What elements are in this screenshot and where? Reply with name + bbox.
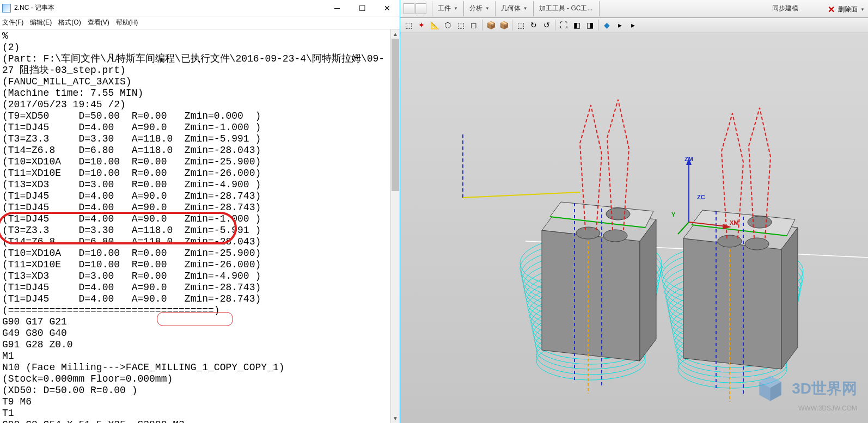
tool-icon[interactable]: ▸: [614, 19, 626, 31]
svg-marker-22: [542, 230, 640, 361]
axis-zm: ZM: [684, 156, 693, 162]
3d-scene: [400, 33, 868, 423]
svg-marker-54: [781, 228, 798, 369]
group-workpiece[interactable]: 工件: [438, 4, 451, 13]
tool-icon[interactable]: ⬚: [455, 19, 467, 31]
chevron-down-icon[interactable]: ▼: [454, 6, 458, 11]
delete-face-button[interactable]: ✕ 删除面 ▼: [826, 0, 865, 19]
axis-y: Y: [671, 211, 675, 218]
svg-line-1: [463, 192, 580, 198]
tool-icon[interactable]: ⬚: [402, 19, 414, 31]
delete-icon: ✕: [826, 5, 836, 15]
close-button[interactable]: ✕: [375, 0, 400, 16]
menubar: 文件(F) 编辑(E) 格式(O) 查看(V) 帮助(H): [0, 16, 400, 29]
tool-icon[interactable]: 📐: [429, 19, 441, 31]
toolbar: ⬚ ✦ 📐 ⬡ ⬚ ◻ 📦 📦 ⬚ ↻ ↺ ⛶ ◧ ◨ ◆ ▸ ▸: [400, 18, 868, 33]
text-area[interactable]: % (2) (Part: F:\车间文件\凡特斯车间编程\已执行文件\2016-…: [0, 29, 400, 423]
cad-window: 工件 ▼ 分析 ▼ 几何体 ▼ 加工工具 - GC工... 同步建模 ✕ 删除面…: [400, 0, 868, 423]
svg-marker-24: [640, 219, 656, 361]
tool-icon[interactable]: ◧: [571, 19, 583, 31]
group-sync[interactable]: 同步建模: [772, 4, 798, 13]
svg-point-58: [745, 238, 769, 250]
tool-icon[interactable]: ◆: [601, 19, 613, 31]
notepad-icon: [2, 4, 11, 13]
minimize-button[interactable]: ─: [325, 0, 350, 16]
svg-marker-52: [683, 238, 781, 369]
watermark-url: WWW.3DSJW.COM: [755, 404, 857, 412]
menu-file[interactable]: 文件(F): [2, 18, 23, 27]
tool-icon[interactable]: ✦: [415, 19, 427, 31]
window-title: 2.NC - 记事本: [14, 3, 325, 13]
chevron-down-icon[interactable]: ▼: [860, 7, 865, 12]
ribbon-icon[interactable]: [415, 3, 426, 14]
tool-icon[interactable]: ◻: [468, 19, 480, 31]
tool-icon[interactable]: ⬚: [515, 19, 527, 31]
tool-icon[interactable]: ▸: [627, 19, 639, 31]
svg-line-67: [678, 222, 689, 234]
svg-point-28: [603, 230, 627, 242]
tool-icon[interactable]: ⛶: [558, 19, 570, 31]
axis-xm: XM: [730, 219, 739, 226]
ribbon-icon[interactable]: [404, 3, 414, 14]
logo-icon: [755, 373, 785, 403]
chevron-down-icon[interactable]: ▼: [485, 6, 490, 11]
group-geometry[interactable]: 几何体: [501, 4, 521, 13]
menu-help[interactable]: 帮助(H): [116, 18, 138, 27]
notepad-window: 2.NC - 记事本 ─ ☐ ✕ 文件(F) 编辑(E) 格式(O) 查看(V)…: [0, 0, 400, 423]
menu-view[interactable]: 查看(V): [88, 18, 109, 27]
ribbon: 工件 ▼ 分析 ▼ 几何体 ▼ 加工工具 - GC工... 同步建模 ✕ 删除面…: [400, 0, 868, 18]
tool-icon[interactable]: 📦: [498, 19, 510, 31]
svg-point-56: [748, 216, 772, 228]
watermark: 3D世界网 WWW.3DSJW.COM: [755, 373, 857, 412]
titlebar[interactable]: 2.NC - 记事本 ─ ☐ ✕: [0, 0, 400, 16]
maximize-button[interactable]: ☐: [350, 0, 375, 16]
3d-viewport[interactable]: ZM ZC XM Y 3D世界网 WWW.3DSJW.COM: [400, 33, 868, 423]
tool-icon[interactable]: ↺: [541, 19, 553, 31]
axis-zc: ZC: [697, 194, 705, 200]
menu-edit[interactable]: 编辑(E): [30, 18, 52, 27]
watermark-text: 3D世界网: [792, 378, 857, 399]
menu-format[interactable]: 格式(O): [58, 18, 81, 27]
vertical-scrollbar[interactable]: ▲ ▼: [390, 29, 400, 423]
scroll-down-icon[interactable]: ▼: [391, 414, 400, 423]
group-tool[interactable]: 加工工具 - GC工...: [539, 4, 593, 13]
svg-point-26: [606, 208, 630, 220]
scroll-thumb[interactable]: [392, 39, 399, 191]
group-analysis[interactable]: 分析: [469, 4, 482, 13]
scroll-up-icon[interactable]: ▲: [391, 29, 400, 39]
tool-icon[interactable]: ◨: [584, 19, 596, 31]
chevron-down-icon[interactable]: ▼: [523, 6, 528, 11]
tool-icon[interactable]: ↻: [528, 19, 540, 31]
tool-icon[interactable]: ⬡: [442, 19, 454, 31]
tool-icon[interactable]: 📦: [485, 19, 497, 31]
